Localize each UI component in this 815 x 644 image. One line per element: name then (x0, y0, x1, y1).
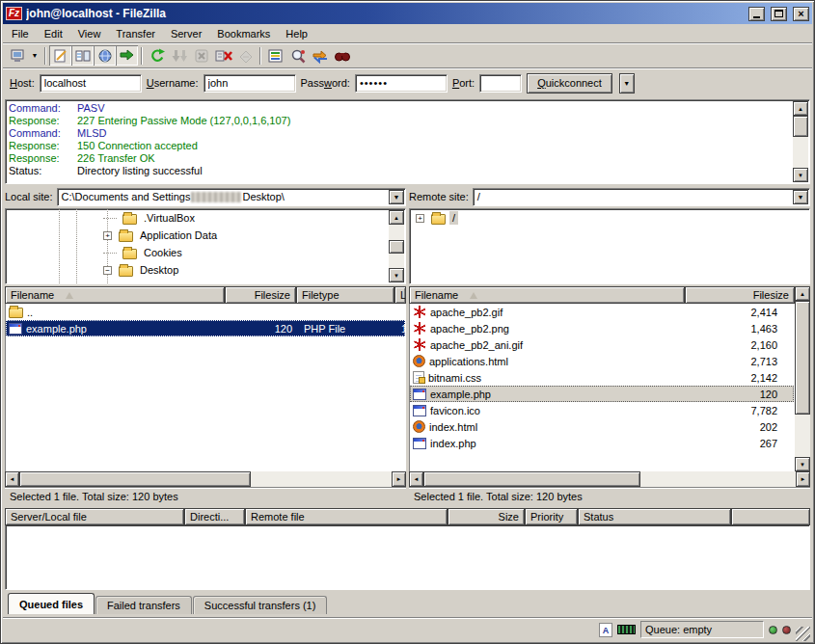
file-row[interactable]: favicon.ico7,782 (410, 402, 794, 418)
scroll-thumb[interactable] (389, 240, 404, 254)
file-row[interactable]: apache_pb2.gif2,414 (410, 304, 794, 320)
collapse-icon[interactable]: − (103, 266, 112, 275)
file-row[interactable]: index.php267 (410, 435, 794, 451)
menu-file[interactable]: File (4, 26, 37, 41)
directory-filters-icon[interactable] (264, 45, 286, 66)
scroll-thumb[interactable] (19, 471, 251, 487)
close-button[interactable]: × (793, 7, 809, 21)
tree-row[interactable]: .VirtualBox (6, 209, 405, 227)
column-header-direction[interactable]: Directi... (184, 508, 245, 525)
scroll-down-icon[interactable]: ▼ (795, 457, 810, 471)
synchronized-browsing-icon[interactable] (309, 45, 331, 66)
menu-help[interactable]: Help (278, 26, 315, 41)
scroll-left-icon[interactable]: ◄ (409, 471, 423, 487)
file-row-selected[interactable]: example.php120 (410, 386, 794, 402)
scroll-down-icon[interactable]: ▼ (389, 268, 404, 282)
column-header-server-local-file[interactable]: Server/Local file (5, 508, 184, 525)
column-header-size[interactable]: Size (448, 508, 525, 525)
scroll-thumb[interactable] (795, 301, 810, 415)
column-header-filename[interactable]: Filename (409, 286, 685, 304)
port-input[interactable] (479, 74, 522, 93)
remote-list-header: Filename Filesize (409, 286, 795, 304)
username-input[interactable] (204, 74, 296, 93)
quickconnect-button[interactable]: Quickconnect (527, 73, 612, 94)
remote-status-text: Selected 1 file. Total size: 120 bytes (409, 487, 810, 505)
menu-view[interactable]: View (70, 26, 109, 41)
file-row[interactable]: applications.html2,713 (410, 353, 794, 369)
minimize-button[interactable] (748, 7, 765, 21)
local-horizontal-scrollbar[interactable]: ◄ ► (5, 471, 406, 487)
tree-row[interactable]: Cookies (6, 244, 405, 261)
scroll-up-icon[interactable]: ▲ (795, 286, 810, 301)
toggle-transfer-queue-icon[interactable] (116, 45, 138, 66)
tab-successful-transfers[interactable]: Successful transfers (1) (193, 596, 328, 614)
remote-site-combo[interactable]: / ▼ (473, 188, 810, 206)
tree-row[interactable]: +Application Data (6, 227, 405, 244)
column-header-filesize[interactable]: Filesize (685, 286, 795, 304)
scroll-up-icon[interactable]: ▲ (793, 101, 808, 116)
expand-icon[interactable]: + (416, 214, 424, 223)
log-scrollbar[interactable]: ▲ ▼ (793, 101, 808, 182)
column-header-remote-file[interactable]: Remote file (245, 508, 448, 525)
site-manager-icon[interactable] (6, 45, 28, 66)
scroll-right-icon[interactable]: ► (796, 471, 810, 487)
quickconnect-dropdown-icon[interactable]: ▼ (619, 73, 635, 94)
php-file-icon (413, 438, 426, 449)
tab-queued-files[interactable]: Queued files (8, 593, 95, 614)
file-row[interactable]: .. (6, 304, 405, 320)
file-row[interactable]: bitnami.css2,142 (410, 369, 794, 386)
remote-horizontal-scrollbar[interactable]: ◄ ► (409, 471, 810, 487)
column-header-status[interactable]: Status (578, 508, 731, 525)
site-manager-dropdown-icon[interactable]: ▼ (28, 45, 41, 66)
scroll-right-icon[interactable]: ► (392, 471, 406, 487)
queue-body[interactable] (5, 525, 810, 590)
compare-directories-icon[interactable] (286, 45, 309, 66)
tab-failed-transfers[interactable]: Failed transfers (95, 596, 192, 614)
file-row-selected[interactable]: example.php 120PHP File1 (6, 320, 405, 336)
toggle-local-tree-icon[interactable] (71, 45, 94, 66)
file-row[interactable]: index.html202 (410, 418, 794, 435)
menu-server[interactable]: Server (163, 26, 209, 41)
scroll-thumb[interactable] (423, 471, 640, 487)
maximize-button[interactable] (771, 7, 787, 21)
toggle-remote-tree-icon[interactable] (94, 45, 116, 66)
menu-edit[interactable]: Edit (37, 26, 70, 41)
remote-directory-tree[interactable]: + / (409, 208, 810, 284)
password-input[interactable] (355, 74, 448, 93)
local-tree-scrollbar[interactable]: ▲ ▼ (389, 210, 404, 282)
column-header-filename[interactable]: Filename (5, 286, 225, 304)
column-header-modified[interactable]: L (394, 286, 406, 304)
scroll-thumb[interactable] (793, 116, 808, 137)
menu-bookmarks[interactable]: Bookmarks (209, 26, 278, 41)
transfer-type-ascii-icon: A (599, 623, 612, 637)
expand-icon[interactable]: + (103, 231, 112, 240)
cancel-operation-icon[interactable] (190, 45, 212, 66)
tree-row[interactable]: −Desktop (6, 261, 405, 279)
combo-dropdown-icon[interactable]: ▼ (389, 190, 404, 204)
reconnect-icon[interactable] (234, 45, 257, 66)
scroll-down-icon[interactable]: ▼ (793, 168, 808, 182)
remote-list-scrollbar[interactable]: ▲ ▼ (795, 286, 810, 471)
local-site-combo[interactable]: C:\Documents and SettingsDesktop\ ▼ (57, 188, 406, 206)
scroll-up-icon[interactable]: ▲ (389, 210, 404, 225)
tree-row[interactable]: + / (410, 209, 809, 227)
column-header-filesize[interactable]: Filesize (225, 286, 296, 304)
refresh-icon[interactable] (146, 45, 168, 66)
column-header-filetype[interactable]: Filetype (296, 286, 394, 304)
disconnect-icon[interactable] (212, 45, 234, 66)
local-file-list: .. example.php 120PHP File1 (5, 304, 406, 471)
toggle-message-log-icon[interactable] (49, 45, 71, 66)
combo-dropdown-icon[interactable]: ▼ (793, 190, 808, 204)
scroll-left-icon[interactable]: ◄ (5, 471, 19, 487)
file-row[interactable]: apache_pb2.png1,463 (410, 320, 794, 336)
local-directory-tree[interactable]: .VirtualBox +Application Data Cookies −D… (5, 208, 406, 284)
local-pane: Local site: C:\Documents and SettingsDes… (5, 187, 406, 505)
queue-status-text: Queue: empty (640, 621, 764, 638)
menu-transfer[interactable]: Transfer (108, 26, 163, 41)
find-files-icon[interactable] (331, 45, 353, 66)
column-header-priority[interactable]: Priority (525, 508, 578, 525)
process-queue-icon[interactable] (168, 45, 190, 66)
host-input[interactable] (40, 74, 142, 93)
resize-grip[interactable] (796, 627, 810, 641)
file-row[interactable]: apache_pb2_ani.gif2,160 (410, 336, 794, 353)
